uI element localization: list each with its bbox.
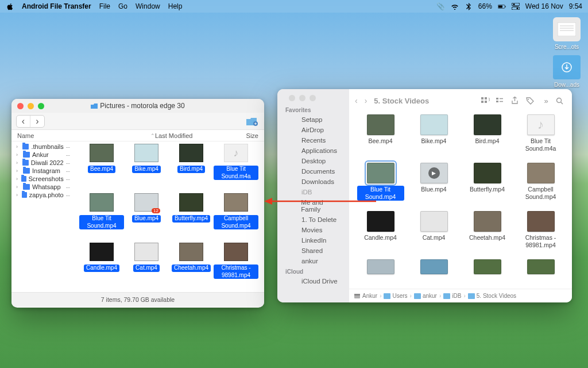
sidebar-item[interactable]: Downloads xyxy=(280,177,347,187)
aft-thumbnail-grid[interactable]: Bee.mp4Bike.mp4Bird.mp4♪Blue Tit Sound.m… xyxy=(11,141,264,292)
aft-column-headers[interactable]: Name ⌃ Last Modified Size xyxy=(11,130,264,141)
aft-file-item[interactable]: Blue Tit Sound.mp4 xyxy=(79,193,124,243)
aft-file-item[interactable]: Cheetah.mp4 xyxy=(169,243,214,292)
finder-path-bar[interactable]: Ankur›Users›ankur›iDB›5. Stock Videos xyxy=(349,289,572,302)
more-button[interactable]: » xyxy=(541,97,551,105)
finder-file-item[interactable]: Cat.mp4 xyxy=(407,211,461,259)
minimize-button[interactable] xyxy=(299,95,305,101)
sidebar-item[interactable]: 1. To Delete xyxy=(280,214,347,225)
menubar-app-name[interactable]: Android File Transfer xyxy=(22,2,91,10)
desktop-downloads-folder[interactable]: Dow...ads xyxy=(550,55,583,88)
svg-rect-2 xyxy=(505,6,506,7)
finder-file-item[interactable] xyxy=(461,259,514,277)
menu-help[interactable]: Help xyxy=(168,2,183,10)
svg-point-6 xyxy=(516,7,518,9)
sidebar-item[interactable]: iCloud Drive xyxy=(280,276,347,286)
menubar-time[interactable]: 9:54 xyxy=(569,2,582,10)
sidebar-section-icloud: iCloud xyxy=(280,266,347,276)
bluetooth-icon[interactable] xyxy=(465,2,473,10)
aft-file-item[interactable]: Christmas - 98981.mp4 xyxy=(214,243,258,292)
maximize-button[interactable] xyxy=(310,95,316,101)
finder-file-item[interactable] xyxy=(407,259,461,277)
menu-file[interactable]: File xyxy=(99,2,110,10)
svg-point-21 xyxy=(528,99,529,100)
share-button[interactable] xyxy=(511,97,521,105)
sidebar-item[interactable]: LinkedIn xyxy=(280,235,347,246)
svg-rect-17 xyxy=(496,98,498,99)
finder-file-item[interactable]: Campbell Sound.mp4 xyxy=(514,163,567,211)
menu-go[interactable]: Go xyxy=(118,2,127,10)
svg-rect-7 xyxy=(558,22,576,36)
sidebar-item[interactable]: ankur xyxy=(280,256,347,266)
aft-file-item[interactable]: Candle.mp4 xyxy=(79,243,124,292)
new-folder-button[interactable] xyxy=(245,116,260,127)
sidebar-item[interactable]: Applications xyxy=(280,145,347,156)
aft-file-item[interactable]: Bike.mp4 xyxy=(124,144,169,193)
aft-file-item[interactable]: Campbell Sound.mp4 xyxy=(214,193,258,243)
finder-toolbar: ‹ › 5. Stock Videos » xyxy=(349,89,572,112)
finder-file-item[interactable]: Butterfly.mp4 xyxy=(461,163,514,211)
forward-button[interactable]: › xyxy=(30,116,44,127)
finder-file-item[interactable]: ♪Blue Tit Sound.m4a xyxy=(514,114,567,163)
sidebar-item[interactable]: Desktop xyxy=(280,156,347,166)
finder-file-item[interactable]: Christmas - 98981.mp4 xyxy=(514,211,567,259)
finder-file-item[interactable]: ▶Blue.mp4 xyxy=(407,163,461,211)
battery-icon[interactable] xyxy=(498,2,506,10)
finder-file-item[interactable]: Bee.mp4 xyxy=(354,114,407,163)
aft-file-item[interactable]: Cat.mp4 xyxy=(124,243,169,292)
aft-toolbar: ‹ › xyxy=(11,113,264,130)
view-icons-button[interactable] xyxy=(481,97,492,105)
finder-icon-grid[interactable]: Bee.mp4Bike.mp4Bird.mp4♪Blue Tit Sound.m… xyxy=(349,112,572,289)
search-button[interactable] xyxy=(556,97,566,105)
desktop-screenshots-folder[interactable]: Scre...ots xyxy=(550,17,583,50)
wifi-icon[interactable] xyxy=(451,2,459,10)
finder-file-item[interactable]: Bird.mp4 xyxy=(461,114,514,163)
sidebar-item[interactable]: Setapp xyxy=(280,114,347,125)
apple-icon[interactable] xyxy=(6,2,14,10)
sidebar-item[interactable]: iDB xyxy=(280,187,347,197)
desktop-icon-label: Dow...ads xyxy=(550,82,583,88)
aft-file-item[interactable]: Bird.mp4 xyxy=(169,144,214,193)
finder-file-item[interactable]: Cheetah.mp4 xyxy=(461,211,514,259)
finder-forward-button[interactable]: › xyxy=(365,96,368,105)
sidebar-item[interactable]: Recents xyxy=(280,135,347,145)
desktop-icon-label: Scre...ots xyxy=(550,44,583,50)
column-modified[interactable]: Last Modified xyxy=(155,132,224,139)
finder-file-item[interactable]: Candle.mp4 xyxy=(354,211,407,259)
finder-window: Favorites SetappAirDropRecentsApplicatio… xyxy=(277,89,572,302)
svg-rect-14 xyxy=(485,97,487,99)
aft-file-item[interactable]: 12Blue.mp4 xyxy=(124,193,169,243)
aft-file-item[interactable]: Bee.mp4 xyxy=(79,144,124,193)
finder-file-item[interactable] xyxy=(514,259,567,277)
aft-file-item[interactable]: ♪Blue Tit Sound.m4a xyxy=(214,144,258,193)
column-name[interactable]: Name xyxy=(17,132,150,139)
tags-button[interactable] xyxy=(526,97,536,105)
finder-file-item[interactable]: Bike.mp4 xyxy=(407,114,461,163)
finder-file-item[interactable]: Blue Tit Sound.mp4 xyxy=(354,163,407,211)
back-button[interactable]: ‹ xyxy=(17,116,30,127)
finder-back-button[interactable]: ‹ xyxy=(355,96,358,105)
svg-rect-1 xyxy=(498,5,502,7)
svg-rect-25 xyxy=(354,294,360,296)
svg-rect-18 xyxy=(496,101,498,102)
sidebar-item[interactable]: Documents xyxy=(280,166,347,177)
menu-window[interactable]: Window xyxy=(136,2,160,10)
svg-rect-16 xyxy=(485,101,487,103)
attachment-icon[interactable]: 📎 xyxy=(437,2,445,10)
column-size[interactable]: Size xyxy=(224,132,258,139)
menubar-date[interactable]: Wed 16 Nov xyxy=(525,2,563,10)
group-button[interactable] xyxy=(496,97,506,104)
aft-titlebar[interactable]: Pictures - motorola edge 30 xyxy=(11,99,264,113)
aft-file-item[interactable]: Butterfly.mp4 xyxy=(169,193,214,243)
sidebar-item[interactable]: Movies xyxy=(280,225,347,235)
sidebar-item[interactable]: Me and Family xyxy=(280,197,347,214)
svg-rect-5 xyxy=(512,7,520,10)
sidebar-item[interactable]: AirDrop xyxy=(280,125,347,135)
svg-line-23 xyxy=(561,102,563,104)
sidebar-section-favorites: Favorites xyxy=(280,105,347,114)
control-center-icon[interactable] xyxy=(512,2,520,10)
sidebar-item[interactable]: Shared xyxy=(280,246,347,256)
close-button[interactable] xyxy=(289,95,295,101)
finder-file-item[interactable] xyxy=(354,259,407,277)
android-file-transfer-window: Pictures - motorola edge 30 ‹ › Name ⌃ L… xyxy=(11,99,264,308)
